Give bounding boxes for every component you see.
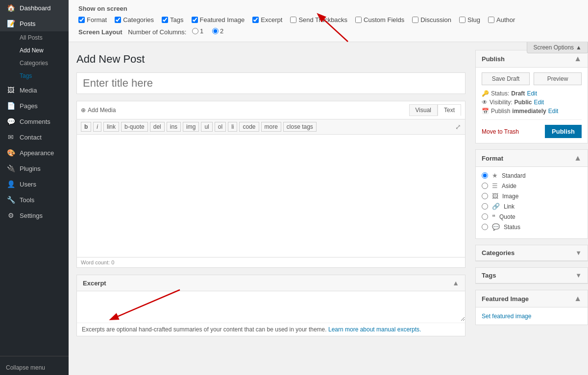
format-status[interactable]: 💬 Status xyxy=(482,223,582,231)
toolbar-i[interactable]: i xyxy=(93,122,101,132)
cb-tags[interactable]: Tags xyxy=(162,16,183,23)
sidebar-item-posts[interactable]: 📝 Posts xyxy=(0,16,69,31)
format-link[interactable]: 🔗 Link xyxy=(482,203,582,210)
toolbar-ol[interactable]: ol xyxy=(215,122,226,132)
checkbox-slug[interactable] xyxy=(459,17,466,23)
format-quote[interactable]: ❝ Quote xyxy=(482,213,582,220)
format-widget-body: ★ Standard ☰ Aside 🖼 Image xyxy=(476,167,588,238)
toolbar-more[interactable]: more xyxy=(261,122,281,132)
preview-button[interactable]: Preview xyxy=(534,72,582,85)
excerpt-help-link[interactable]: Learn more about manual excerpts. xyxy=(328,326,421,333)
sidebar-sub-categories[interactable]: Categories xyxy=(0,57,69,70)
screen-options-button[interactable]: Screen Options ▲ xyxy=(527,42,588,53)
toolbar-ul[interactable]: ul xyxy=(201,122,212,132)
publish-widget-toggle[interactable]: ▲ xyxy=(574,54,582,63)
dashboard-icon: 🏠 xyxy=(6,4,16,12)
columns-2-option[interactable]: 2 xyxy=(212,27,223,35)
format-link-radio[interactable] xyxy=(482,203,488,210)
format-widget-toggle[interactable]: ▲ xyxy=(574,154,582,163)
toolbar-img[interactable]: img xyxy=(183,122,199,132)
checkbox-custom-fields[interactable] xyxy=(355,17,362,23)
image-icon: 🖼 xyxy=(492,192,498,200)
checkbox-format[interactable] xyxy=(78,17,85,23)
right-sidebar: Publish ▲ Save Draft Preview 🔑 Status: D… xyxy=(475,42,588,375)
format-quote-radio[interactable] xyxy=(482,213,488,220)
excerpt-toggle[interactable]: ▲ xyxy=(452,279,459,287)
sidebar-item-plugins[interactable]: 🔌 Plugins xyxy=(0,161,69,176)
excerpt-textarea[interactable] xyxy=(77,291,465,321)
sidebar-item-media[interactable]: 🖼 Media xyxy=(0,82,69,98)
toolbar-close-tags[interactable]: close tags xyxy=(283,122,317,132)
sidebar-sub-add-new[interactable]: Add New xyxy=(0,44,69,57)
checkbox-author[interactable] xyxy=(488,17,494,23)
format-aside-radio[interactable] xyxy=(482,183,488,189)
excerpt-section: Excerpt ▲ Excerpts are optional hand-cra… xyxy=(76,275,466,336)
format-widget: Format ▲ ★ Standard ☰ Aside xyxy=(475,149,588,239)
sidebar-item-dashboard[interactable]: 🏠 Dashboard xyxy=(0,0,69,16)
toolbar-code[interactable]: code xyxy=(239,122,259,132)
expand-editor-button[interactable]: ⤢ xyxy=(455,123,461,131)
visibility-edit-link[interactable]: Edit xyxy=(534,99,544,106)
collapse-menu[interactable]: Collapse menu xyxy=(0,356,69,375)
toolbar-ins[interactable]: ins xyxy=(167,122,181,132)
toolbar-b[interactable]: b xyxy=(81,122,91,132)
tab-text[interactable]: Text xyxy=(438,104,461,116)
columns-2-radio[interactable] xyxy=(212,28,219,34)
cb-categories[interactable]: Categories xyxy=(115,16,154,23)
format-standard-radio[interactable] xyxy=(482,172,488,179)
chevron-up-icon: ▲ xyxy=(576,44,582,51)
save-draft-button[interactable]: Save Draft xyxy=(482,72,530,85)
cb-featured-image[interactable]: Featured Image xyxy=(192,16,245,23)
editor-body[interactable] xyxy=(77,135,465,257)
categories-widget-toggle[interactable]: ▼ xyxy=(575,249,582,257)
cb-format[interactable]: Format xyxy=(78,16,107,23)
format-standard[interactable]: ★ Standard xyxy=(482,172,582,179)
tab-visual[interactable]: Visual xyxy=(409,104,438,116)
checkbox-featured-image[interactable] xyxy=(192,17,198,23)
cb-slug[interactable]: Slug xyxy=(459,16,480,23)
cb-author[interactable]: Author xyxy=(488,16,515,23)
format-status-radio[interactable] xyxy=(482,224,488,230)
toolbar-del[interactable]: del xyxy=(150,122,165,132)
add-media-button[interactable]: ⊕ Add Media xyxy=(81,107,116,114)
sidebar-item-appearance[interactable]: 🎨 Appearance xyxy=(0,145,69,161)
toolbar-b-quote[interactable]: b-quote xyxy=(121,122,148,132)
sidebar-item-tools[interactable]: 🔧 Tools xyxy=(0,192,69,208)
post-title-input[interactable] xyxy=(76,72,466,94)
users-icon: 👤 xyxy=(6,180,16,188)
publish-button[interactable]: Publish xyxy=(545,125,582,138)
status-edit-link[interactable]: Edit xyxy=(527,90,537,97)
set-featured-image-link[interactable]: Set featured image xyxy=(482,313,531,320)
toolbar-li[interactable]: li xyxy=(228,122,237,132)
toolbar-link[interactable]: link xyxy=(103,122,119,132)
checkbox-send-trackbacks[interactable] xyxy=(290,17,296,23)
cb-custom-fields[interactable]: Custom Fields xyxy=(355,16,404,23)
columns-1-radio[interactable] xyxy=(192,28,198,34)
publish-widget-title: Publish xyxy=(482,55,505,63)
sidebar-item-contact[interactable]: ✉ Contact xyxy=(0,129,69,145)
featured-image-widget-toggle[interactable]: ▲ xyxy=(574,294,582,303)
sidebar-item-users[interactable]: 👤 Users xyxy=(0,176,69,192)
sidebar-item-pages[interactable]: 📄 Pages xyxy=(0,98,69,114)
sidebar-sub-all-posts[interactable]: All Posts xyxy=(0,31,69,44)
visibility-value: Public xyxy=(514,99,532,106)
move-to-trash-button[interactable]: Move to Trash xyxy=(482,128,519,135)
cb-discussion[interactable]: Discussion xyxy=(412,16,451,23)
cb-excerpt[interactable]: Excerpt xyxy=(252,16,282,23)
cb-send-trackbacks[interactable]: Send Trackbacks xyxy=(290,16,347,23)
columns-1-option[interactable]: 1 xyxy=(192,27,203,35)
columns-label: Number of Columns: xyxy=(128,28,186,36)
tags-widget-toggle[interactable]: ▼ xyxy=(575,272,582,279)
editor-top-bar: ⊕ Add Media Visual Text xyxy=(77,101,465,119)
format-aside[interactable]: ☰ Aside xyxy=(482,182,582,189)
sidebar-item-comments[interactable]: 💬 Comments xyxy=(0,114,69,129)
checkbox-excerpt[interactable] xyxy=(252,17,259,23)
format-image-radio[interactable] xyxy=(482,193,488,199)
checkbox-tags[interactable] xyxy=(162,17,168,23)
checkbox-discussion[interactable] xyxy=(412,17,418,23)
format-image[interactable]: 🖼 Image xyxy=(482,192,582,200)
sidebar-sub-tags[interactable]: Tags xyxy=(0,70,69,82)
publish-time-edit-link[interactable]: Edit xyxy=(548,108,559,115)
checkbox-categories[interactable] xyxy=(115,17,121,23)
sidebar-item-settings[interactable]: ⚙ Settings xyxy=(0,208,69,223)
